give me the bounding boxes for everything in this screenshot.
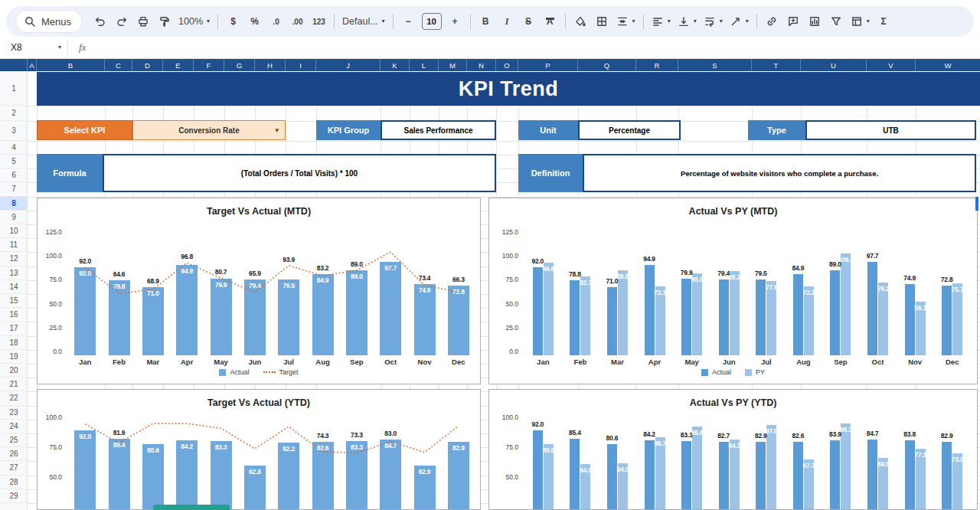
menus-button[interactable]: Menus [15, 10, 83, 33]
column-header-Q[interactable]: Q [578, 59, 636, 71]
functions-button[interactable]: Σ [874, 11, 894, 32]
row-header-15[interactable]: 15 [0, 294, 28, 308]
select-all-corner[interactable] [0, 59, 28, 71]
column-header-J[interactable]: J [316, 59, 381, 71]
row-header-2[interactable]: 2 [0, 106, 28, 121]
undo-button[interactable] [90, 11, 110, 32]
column-header-O[interactable]: O [496, 59, 518, 71]
chart-legend: ActualTarget [38, 368, 480, 376]
bar [380, 440, 401, 510]
column-header-P[interactable]: P [518, 59, 578, 71]
decrease-font-size-button[interactable]: − [398, 11, 419, 32]
row-header-13[interactable]: 13 [0, 266, 28, 280]
print-button[interactable] [132, 11, 153, 32]
text-color-button[interactable]: A [540, 11, 560, 32]
chart-3[interactable]: Target Vs Actual (YTD)50.075.0100.092.08… [37, 389, 481, 510]
row-header-26[interactable]: 26 [0, 447, 28, 461]
text-wrap-button[interactable]: ▾ [701, 11, 726, 32]
row-header-1[interactable]: 1 [0, 71, 28, 106]
row-header-10[interactable]: 10 [0, 224, 28, 238]
borders-button[interactable] [592, 11, 612, 32]
zoom-select[interactable]: 100%▾ [175, 11, 213, 32]
row-header-19[interactable]: 19 [0, 350, 28, 364]
paint-format-button[interactable] [154, 11, 175, 32]
row-header-8[interactable]: 8 [0, 197, 28, 211]
vertical-align-button[interactable]: ▾ [675, 11, 700, 32]
filter-button[interactable] [826, 11, 847, 32]
row-header-28[interactable]: 28 [0, 476, 28, 489]
row-header-25[interactable]: 25 [0, 433, 28, 447]
italic-button[interactable]: I [497, 11, 518, 32]
row-header-21[interactable]: 21 [0, 378, 28, 391]
bar [607, 287, 617, 355]
font-select[interactable]: Defaul...▾ [339, 11, 388, 32]
decrease-decimals-button[interactable]: .0 [266, 11, 286, 32]
more-formats-button[interactable]: 123 [309, 11, 329, 32]
font-size-input[interactable]: 10 [422, 13, 442, 30]
chart-2[interactable]: Actual Vs PY (MTD)0.025.050.075.0100.012… [488, 198, 978, 384]
row-header-9[interactable]: 9 [0, 211, 28, 224]
column-header-T[interactable]: T [752, 59, 801, 71]
row-header-24[interactable]: 24 [0, 420, 28, 433]
insert-comment-button[interactable] [783, 11, 804, 32]
row-header-22[interactable]: 22 [0, 391, 28, 405]
increase-decimals-button[interactable]: .00 [287, 11, 308, 32]
y-axis-tick: 0.0 [494, 348, 518, 356]
row-header-18[interactable]: 18 [0, 336, 28, 350]
text-rotate-button[interactable]: ▾ [727, 11, 752, 32]
column-header-H[interactable]: H [255, 59, 286, 71]
row-header-27[interactable]: 27 [0, 461, 28, 475]
column-header-F[interactable]: F [194, 59, 224, 71]
column-header-E[interactable]: E [163, 59, 194, 71]
row-header-17[interactable]: 17 [0, 322, 28, 335]
column-header-I[interactable]: I [286, 59, 316, 71]
row-header-16[interactable]: 16 [0, 308, 28, 322]
increase-font-size-button[interactable]: + [445, 11, 466, 32]
percent-format-button[interactable]: % [244, 11, 265, 32]
bold-button[interactable]: B [475, 11, 496, 32]
column-header-S[interactable]: S [678, 59, 752, 71]
row-header-20[interactable]: 20 [0, 364, 28, 378]
row-header-7[interactable]: 7 [0, 182, 28, 196]
column-header-K[interactable]: K [381, 59, 410, 71]
row-header-3[interactable]: 3 [0, 121, 28, 141]
column-header-D[interactable]: D [132, 59, 163, 71]
row-header-29[interactable]: 29 [0, 489, 28, 503]
insert-link-button[interactable] [762, 11, 782, 32]
currency-format-button[interactable]: $ [223, 11, 243, 32]
dropdown-caret-icon: ▾ [275, 126, 279, 134]
row-header-11[interactable]: 11 [0, 238, 28, 252]
row-header-5[interactable]: 5 [0, 155, 28, 168]
kpi-dropdown[interactable]: Conversion Rate ▾ [132, 120, 286, 140]
bar-value-label: 76.2 [871, 285, 896, 293]
column-header-C[interactable]: C [105, 59, 132, 71]
column-header-M[interactable]: M [439, 59, 467, 71]
sheet-tab-fragment[interactable] [153, 505, 230, 510]
formula-input[interactable] [96, 37, 980, 58]
column-header-L[interactable]: L [410, 59, 439, 71]
chart-4[interactable]: Actual Vs PY (YTD)50.075.0100.092.085.48… [488, 389, 978, 510]
chart-1[interactable]: Target Vs Actual (MTD)0.025.050.075.0100… [37, 198, 481, 384]
column-header-G[interactable]: G [224, 59, 255, 71]
merge-cells-button[interactable]: ▾ [613, 11, 639, 32]
row-header-4[interactable]: 4 [0, 141, 28, 155]
redo-button[interactable] [111, 11, 132, 32]
column-header-A[interactable]: A [28, 59, 37, 71]
column-header-B[interactable]: B [37, 59, 105, 71]
column-header-V[interactable]: V [867, 59, 916, 71]
fill-color-button[interactable] [570, 11, 591, 32]
row-header-6[interactable]: 6 [0, 168, 28, 182]
name-box[interactable]: X8 ▾ [0, 42, 67, 53]
row-header-23[interactable]: 23 [0, 406, 28, 420]
row-header-14[interactable]: 14 [0, 280, 28, 294]
horizontal-align-button[interactable]: ▾ [648, 11, 674, 32]
column-header-U[interactable]: U [801, 59, 867, 71]
font-name: Defaul... [342, 16, 378, 27]
table-views-button[interactable]: ▾ [848, 11, 873, 32]
row-header-12[interactable]: 12 [0, 252, 28, 266]
column-header-W[interactable]: W [916, 59, 980, 71]
insert-chart-button[interactable] [805, 11, 825, 32]
strikethrough-button[interactable]: S [518, 11, 539, 32]
column-header-R[interactable]: R [636, 59, 678, 71]
column-header-N[interactable]: N [467, 59, 496, 71]
